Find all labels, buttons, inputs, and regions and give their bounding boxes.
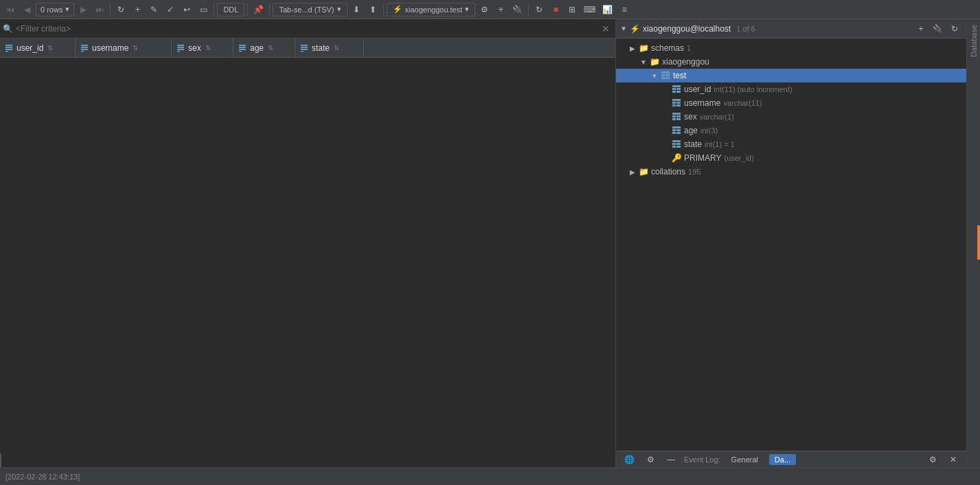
refresh-button[interactable]: ↻ [113, 2, 128, 17]
svg-rect-22 [665, 74, 670, 76]
expand-username-icon [660, 98, 671, 109]
col-header-sex[interactable]: sex ⇅ [172, 38, 233, 57]
tree-item-test[interactable]: ▼ test [616, 69, 966, 82]
general-tab[interactable]: General [726, 454, 764, 465]
tree-item-username[interactable]: username varchar(11) [616, 96, 966, 110]
tree-meta-primary: (user_id) [724, 154, 753, 162]
status-bar: 🌐 ⚙ — Event Log: General Da... ⚙ ✕ [616, 451, 966, 467]
bottom-log-text: [2022-02-28 12:43:13] [5, 473, 80, 481]
svg-rect-14 [239, 49, 246, 50]
svg-rect-46 [672, 143, 676, 145]
status-settings-button[interactable]: ⚙ [643, 452, 658, 467]
delete-button[interactable]: ▭ [196, 2, 211, 17]
svg-rect-43 [672, 132, 676, 134]
tree-label-user-id: user_id [684, 84, 711, 94]
filter-input[interactable] [13, 24, 599, 34]
edit-button[interactable]: ✎ [146, 2, 161, 17]
svg-rect-18 [301, 49, 308, 50]
tree-meta-sex: varchar(1) [700, 113, 734, 121]
tree-meta-schemas: 1 [687, 44, 691, 52]
host-tree-icon: ⚡ [630, 24, 640, 34]
tab-tsv-section[interactable]: Tab-se...d (TSV) ▾ [273, 3, 347, 16]
status-globe-button[interactable]: 🌐 [622, 452, 637, 467]
col-sex-icon [671, 111, 682, 122]
connection-button[interactable]: 🔌 [510, 2, 525, 17]
tree-item-age[interactable]: age int(3) [616, 124, 966, 137]
sep5 [383, 3, 384, 16]
tree-meta-age: int(3) [700, 126, 718, 135]
right-sidebar-tab[interactable]: Database [966, 19, 980, 467]
tree-item-collations[interactable]: ▶ 📁 collations 195 [616, 165, 966, 179]
ddl-button[interactable]: DDL [217, 3, 244, 16]
db-add-button[interactable]: + [913, 21, 928, 36]
tree-item-state[interactable]: state int(1) = 1 [616, 137, 966, 151]
col-header-username[interactable]: username ⇅ [76, 38, 172, 57]
col-name-sex: sex [188, 43, 201, 53]
db-connect-button[interactable]: 🔌 [930, 21, 946, 36]
col-name-user-id: user_id [16, 43, 43, 53]
da-tab[interactable]: Da... [769, 454, 796, 465]
confirm-button[interactable]: ✓ [163, 2, 178, 17]
svg-rect-15 [239, 51, 242, 52]
grid-body[interactable] [0, 58, 615, 467]
pin-button[interactable]: 📌 [251, 2, 266, 17]
svg-rect-29 [676, 91, 681, 93]
svg-rect-11 [177, 51, 180, 52]
sort-icon-user-id: ⇅ [47, 44, 53, 52]
database-tab-label[interactable]: Database [968, 19, 979, 63]
filter-btn[interactable]: ≡ [617, 2, 632, 17]
col-header-state[interactable]: state ⇅ [295, 38, 364, 57]
svg-rect-34 [676, 104, 681, 106]
expand-host-icon: ▼ [620, 25, 627, 32]
new-connection-button[interactable]: + [493, 2, 508, 17]
nav-first-button[interactable]: ⏮ [3, 2, 18, 17]
event-log-label: Event Log: [684, 455, 720, 464]
key-primary-icon: 🔑 [671, 153, 682, 163]
rows-display: 0 rows ▾ [36, 3, 74, 16]
nav-next-button[interactable]: ▶ [76, 2, 91, 17]
nav-prev-button[interactable]: ◀ [19, 2, 34, 17]
expand-test-icon: ▼ [649, 70, 660, 81]
svg-rect-30 [672, 99, 681, 101]
status-gear-button[interactable]: ⚙ [925, 452, 940, 467]
import-button[interactable]: ⬆ [365, 2, 380, 17]
nav-last-button[interactable]: ⏭ [92, 2, 107, 17]
svg-rect-20 [661, 71, 670, 74]
tree-item-primary[interactable]: 🔑 PRIMARY (user_id) [616, 151, 966, 165]
host-section[interactable]: ⚡ xiaogenggou.test ▾ [387, 3, 476, 16]
sep4 [269, 3, 270, 16]
db-refresh-button[interactable]: ↻ [947, 21, 962, 36]
undo-button[interactable]: ↩ [179, 2, 194, 17]
svg-rect-25 [672, 85, 681, 87]
status-close-button[interactable]: ✕ [946, 452, 961, 467]
settings-button[interactable]: ⚙ [477, 2, 492, 17]
svg-rect-6 [81, 49, 88, 50]
refresh2-button[interactable]: ↻ [532, 2, 547, 17]
svg-rect-49 [676, 146, 681, 148]
svg-rect-32 [676, 102, 681, 104]
svg-rect-5 [81, 47, 88, 48]
status-minus-button[interactable]: — [663, 452, 679, 467]
filter-close-button[interactable]: ✕ [599, 22, 613, 36]
col-header-age[interactable]: age ⇅ [233, 38, 295, 57]
col-icon-age [238, 43, 247, 53]
scroll-indicator [0, 453, 1, 467]
export-button[interactable]: ⬇ [349, 2, 364, 17]
add-row-button[interactable]: + [130, 2, 145, 17]
data-grid: 🔍 ✕ user_id ⇅ username ⇅ [0, 19, 616, 467]
tree-view[interactable]: ▶ 📁 schemas 1 ▼ 📁 xiaogenggou ▼ [616, 38, 966, 451]
stop-button[interactable]: ■ [548, 2, 563, 17]
layout-button[interactable]: ⊞ [565, 2, 580, 17]
col-icon-user-id [4, 43, 14, 53]
col-header-user-id[interactable]: user_id ⇅ [0, 38, 76, 57]
tree-item-user-id[interactable]: user_id int(11) (auto increment) [616, 82, 966, 96]
host-info: ▼ ⚡ xiaogenggou@localhost 1 of 6 [620, 24, 911, 34]
sort-icon-username: ⇅ [133, 44, 138, 52]
code-button[interactable]: ⌨ [581, 2, 598, 17]
tree-item-xiaogenggou[interactable]: ▼ 📁 xiaogenggou [616, 55, 966, 69]
tree-item-schemas[interactable]: ▶ 📁 schemas 1 [616, 41, 966, 55]
chart-button[interactable]: 📊 [600, 2, 615, 17]
svg-rect-36 [672, 115, 676, 117]
tree-label-test: test [673, 71, 686, 80]
tree-item-sex[interactable]: sex varchar(1) [616, 110, 966, 124]
